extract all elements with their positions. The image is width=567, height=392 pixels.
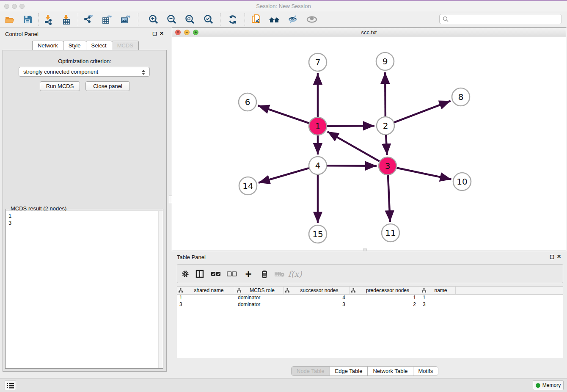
column-header-successor-nodes[interactable]: successor nodes	[284, 287, 350, 294]
network-window-titlebar[interactable]: × − + scc.txt	[172, 28, 566, 37]
minimize-window-button[interactable]	[12, 4, 17, 9]
node-table[interactable]: shared nameMCDS rolesuccessor nodesprede…	[177, 286, 563, 358]
edge-3-11[interactable]	[388, 175, 390, 222]
cell-predecessor-nodes[interactable]: 1	[350, 295, 420, 301]
zoom-window-button[interactable]	[19, 4, 25, 9]
show-panels-icon[interactable]	[306, 14, 318, 25]
graph-node-3[interactable]: 3	[379, 157, 396, 175]
graph-node-11[interactable]: 11	[382, 224, 399, 242]
network-maximize-icon[interactable]: +	[193, 30, 198, 35]
hide-panels-icon[interactable]	[287, 14, 299, 25]
horizontal-splitter-grip[interactable]	[363, 248, 367, 251]
refresh-icon[interactable]	[227, 14, 239, 25]
search-field[interactable]	[439, 14, 562, 24]
table-settings-icon[interactable]	[180, 268, 191, 279]
graph-node-1[interactable]: 1	[309, 117, 327, 135]
memory-button[interactable]: Memory	[533, 380, 564, 390]
zoom-selected-icon[interactable]	[203, 14, 215, 25]
graph-node-7[interactable]: 7	[309, 53, 327, 71]
table-panel-close-icon[interactable]: ✕	[557, 254, 561, 259]
column-header-predecessor-nodes[interactable]: predecessor nodes	[350, 287, 420, 294]
select-all-columns-icon[interactable]	[210, 268, 221, 279]
deselect-all-columns-icon[interactable]	[226, 268, 237, 279]
edge-2-3[interactable]	[386, 135, 387, 155]
network-window-title: scc.txt	[172, 28, 566, 37]
export-network-icon[interactable]	[82, 14, 94, 25]
cell-successor-nodes[interactable]: 4	[284, 295, 350, 301]
tab-network-table[interactable]: Network Table	[368, 367, 413, 375]
close-window-button[interactable]	[4, 4, 9, 9]
zoom-out-icon[interactable]	[166, 14, 178, 25]
column-header-shared-name[interactable]: shared name	[177, 287, 235, 294]
split-columns-icon[interactable]	[194, 268, 205, 279]
graph-node-14[interactable]: 14	[239, 177, 257, 195]
tab-style[interactable]: Style	[63, 41, 86, 50]
column-header-MCDS-role[interactable]: MCDS role	[235, 287, 284, 294]
mcds-result-fieldset: MCDS result (2 nodes) 1 3	[5, 209, 163, 369]
graph-node-6[interactable]: 6	[239, 93, 256, 111]
tab-network[interactable]: Network	[32, 41, 63, 50]
import-network-icon[interactable]	[42, 14, 54, 25]
graph-node-10[interactable]: 10	[453, 173, 471, 190]
tab-motifs[interactable]: Motifs	[413, 367, 438, 375]
export-table-icon[interactable]	[101, 14, 113, 25]
table-panel-float-icon[interactable]: ▢	[550, 254, 554, 259]
cell-MCDS-role[interactable]: dominator	[235, 295, 284, 301]
add-column-icon[interactable]: +	[243, 268, 254, 279]
tab-select[interactable]: Select	[86, 41, 112, 50]
save-session-icon[interactable]	[22, 14, 33, 25]
zoom-in-icon[interactable]	[148, 14, 160, 25]
run-mcds-button[interactable]: Run MCDS	[40, 81, 80, 91]
search-input[interactable]	[451, 16, 561, 22]
zoom-fit-icon[interactable]	[184, 14, 196, 25]
cell-shared-name[interactable]: 3	[177, 301, 235, 308]
show-all-networks-icon[interactable]	[268, 14, 280, 25]
mcds-result-area[interactable]: 1 3	[6, 211, 163, 368]
graph-node-8[interactable]: 8	[452, 88, 470, 106]
titlebar: Session: New Session	[0, 1, 567, 11]
table-row[interactable]: 3dominator323	[177, 301, 563, 308]
open-session-icon[interactable]	[4, 14, 16, 25]
graph-node-9[interactable]: 9	[376, 52, 394, 70]
duplicate-network-icon[interactable]	[250, 14, 262, 25]
edge-3-10[interactable]	[397, 168, 451, 179]
edge-1-6[interactable]	[258, 105, 309, 123]
control-panel-float-icon[interactable]: ▢	[152, 31, 157, 36]
network-canvas[interactable]: 7968124314101511	[172, 37, 566, 251]
network-close-icon[interactable]: ×	[175, 30, 181, 35]
edge-1-2[interactable]	[327, 126, 374, 126]
cell-MCDS-role[interactable]: dominator	[235, 301, 284, 308]
cell-successor-nodes[interactable]: 3	[284, 301, 350, 308]
optimization-criterion-select[interactable]: strongly connected component	[19, 67, 150, 77]
control-panel-title: Control Panel	[5, 31, 39, 37]
cell-shared-name[interactable]: 1	[177, 295, 235, 301]
export-image-icon[interactable]	[119, 14, 131, 25]
column-header-name[interactable]: name	[420, 287, 456, 294]
graph-node-2[interactable]: 2	[377, 117, 394, 135]
delete-table-icon[interactable]	[274, 268, 285, 279]
close-panel-button[interactable]: Close panel	[85, 81, 130, 91]
search-icon	[443, 16, 449, 22]
result-scrollbar[interactable]	[158, 211, 163, 368]
graph-node-4[interactable]: 4	[309, 157, 327, 174]
edge-4-14[interactable]	[259, 168, 309, 183]
svg-text:2: 2	[383, 121, 388, 131]
tab-mcds[interactable]: MCDS	[112, 41, 139, 50]
function-builder-icon[interactable]: f(x)	[289, 268, 300, 279]
cell-name[interactable]: 3	[420, 301, 456, 308]
task-history-button[interactable]	[5, 381, 16, 390]
edge-2-9[interactable]	[385, 72, 385, 116]
tab-node-table[interactable]: Node Table	[292, 367, 330, 375]
delete-column-icon[interactable]	[259, 268, 270, 279]
control-panel-close-icon[interactable]: ✕	[160, 31, 164, 36]
cell-name[interactable]: 1	[420, 295, 456, 301]
tab-edge-table[interactable]: Edge Table	[330, 367, 368, 375]
table-row[interactable]: 1dominator411	[177, 295, 563, 301]
import-table-icon[interactable]	[61, 14, 72, 25]
edge-4-3[interactable]	[327, 166, 377, 166]
graph-node-15[interactable]: 15	[309, 225, 327, 243]
cell-predecessor-nodes[interactable]: 2	[350, 301, 420, 308]
edge-2-8[interactable]	[394, 101, 451, 122]
edge-3-1[interactable]	[328, 132, 380, 161]
network-minimize-icon[interactable]: −	[184, 30, 190, 35]
